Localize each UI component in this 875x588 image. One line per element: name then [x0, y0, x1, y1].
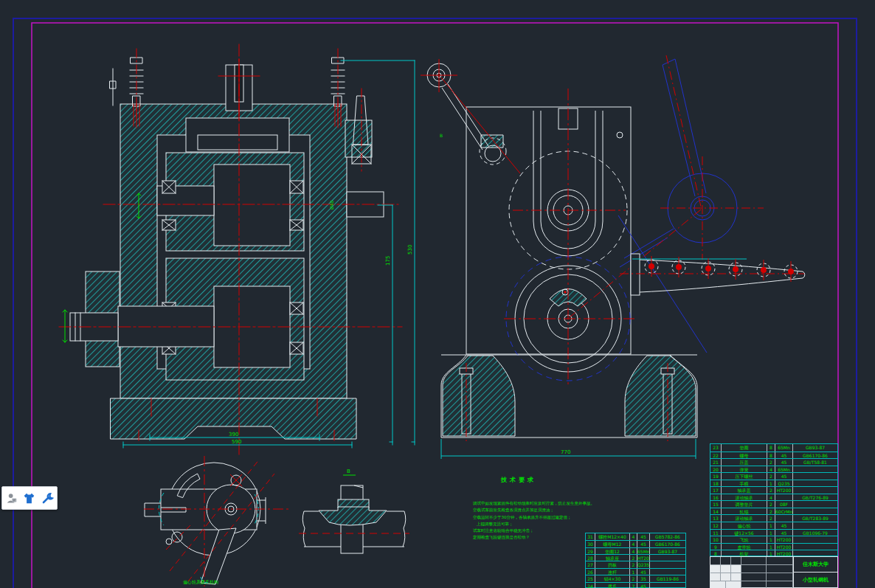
note-line: 空载运转不少于30分钟，各轴承温升不得超过规定值；: [473, 514, 598, 521]
table-cell: 销4×30: [595, 575, 630, 581]
table-row: 27挡板2Q235: [586, 561, 685, 567]
table-cell: 45: [775, 522, 793, 529]
title-block-revision-grid: [710, 557, 794, 587]
table-cell: Q235: [775, 480, 793, 487]
table-cell: 4: [767, 466, 775, 473]
table-cell: 45: [637, 583, 650, 588]
table-cell: 1: [630, 569, 637, 575]
table-cell: 2: [767, 459, 775, 466]
table-cell: 1: [767, 536, 775, 543]
table-cell: GB119-86: [650, 575, 685, 581]
table-cell: GB/T58-81: [793, 459, 837, 466]
table-row: 31螺栓M12×40445GB5782-86: [586, 533, 685, 540]
table-cell: HT200: [637, 555, 650, 561]
table-cell: 17: [710, 487, 722, 494]
table-cell: [793, 522, 837, 529]
table-cell: 23: [710, 444, 722, 452]
front-section-view: Ø40 530 175 390 590: [59, 44, 415, 456]
table-cell: 26: [586, 569, 595, 575]
table-cell: 22: [710, 452, 722, 459]
table-cell: [650, 561, 685, 567]
table-cell: [793, 544, 837, 550]
table-cell: 45: [775, 452, 793, 459]
note-line: 上辊调整灵活可靠；: [477, 521, 598, 528]
title-block-drawing-title: 小型轧钢机: [794, 573, 837, 587]
table-cell: 连杆: [595, 569, 630, 575]
table-cell: 16: [710, 494, 722, 501]
table-cell: 2: [630, 555, 637, 561]
table-cell: 拨爪: [595, 583, 630, 588]
table-cell: [650, 569, 685, 575]
table-cell: 2: [767, 508, 775, 515]
table-cell: 1: [767, 480, 775, 487]
cad-canvas: Ø40 530 175 390 590 B: [0, 0, 875, 588]
notes-title: 技术要求: [501, 476, 598, 484]
tshirt-icon[interactable]: [23, 492, 35, 505]
table-cell: [793, 480, 837, 487]
user-icon[interactable]: [5, 492, 18, 505]
table-cell: 28: [586, 555, 595, 561]
table-row: 23垫圈865MnGB93-87: [710, 444, 837, 452]
table-cell: 螺栓M12×40: [595, 533, 630, 540]
table-cell: 2: [767, 501, 775, 508]
table-cell: 飞轮: [722, 536, 767, 543]
table-cell: 35: [637, 575, 650, 581]
table-row: 29垫圈12465MnGB93-87: [586, 547, 685, 554]
table-cell: 4: [630, 548, 637, 554]
wrench-icon[interactable]: [41, 492, 54, 505]
table-cell: 24: [586, 583, 595, 588]
table-row: 19压下螺丝245: [710, 472, 837, 480]
table-cell: 2: [767, 473, 775, 480]
dim-height-outer: 530: [407, 245, 413, 255]
table-cell: 45: [637, 541, 650, 547]
table-cell: GB93-87: [793, 444, 837, 452]
table-cell: 压盖: [722, 459, 767, 466]
table-cell: 螺母M12: [595, 541, 630, 547]
table-cell: 8: [767, 452, 775, 459]
table-cell: 11: [710, 530, 722, 536]
table-cell: 4: [767, 494, 775, 501]
side-elevation-view: B 770: [421, 55, 805, 459]
table-cell: 键12×56: [722, 530, 767, 536]
table-cell: GB1096-79: [793, 530, 837, 536]
table-cell: [650, 555, 685, 561]
table-cell: [775, 515, 793, 522]
table-cell: 19: [710, 473, 722, 480]
table-row: 21压盖245GB/T58-81: [710, 458, 837, 466]
table-row: 13滚动轴承2GB/T283-89: [710, 514, 837, 522]
table-cell: 垫圈12: [595, 548, 630, 554]
table-cell: 18: [710, 480, 722, 487]
table-row: 12偏心轮145: [710, 522, 837, 529]
table-cell: 45: [775, 530, 793, 536]
table-cell: [793, 508, 837, 515]
table-cell: 1: [767, 530, 775, 536]
table-cell: 弹簧: [722, 466, 767, 473]
table-cell: GB/T276-89: [793, 494, 837, 501]
table-cell: HT200: [775, 544, 793, 550]
table-cell: 2: [767, 515, 775, 522]
table-row: 15调整垫片208F: [710, 500, 837, 508]
table-cell: [793, 473, 837, 480]
table-cell: 滚动轴承: [722, 494, 767, 501]
table-row: 22螺母845GB6170-86: [710, 452, 837, 459]
table-cell: 13: [710, 515, 722, 522]
table-cell: Q235: [637, 561, 650, 567]
table-cell: 2: [630, 575, 637, 581]
view-label-b: B: [440, 133, 443, 138]
detail-seat-view: B: [299, 468, 409, 553]
table-cell: 1: [767, 544, 775, 550]
table-cell: 29: [586, 548, 595, 554]
table-cell: GB5782-86: [650, 533, 685, 540]
bom-table-right: 23垫圈865MnGB93-8722螺母845GB6170-8621压盖245G…: [710, 443, 838, 556]
table-cell: HT200: [775, 536, 793, 543]
table-cell: 挡板: [595, 561, 630, 567]
table-row: 24拨爪745: [586, 582, 685, 588]
table-cell: 8: [767, 444, 775, 452]
table-row: 20弹簧465Mn: [710, 466, 837, 473]
bom-table-left: 31螺栓M12×40445GB5782-8630螺母M12445GB6170-8…: [585, 533, 686, 588]
table-cell: 滚动轴承: [722, 515, 767, 522]
table-cell: 10: [710, 536, 722, 543]
table-cell: 调整垫片: [722, 501, 767, 508]
table-cell: 45: [775, 473, 793, 480]
table-cell: 手柄: [722, 480, 767, 487]
